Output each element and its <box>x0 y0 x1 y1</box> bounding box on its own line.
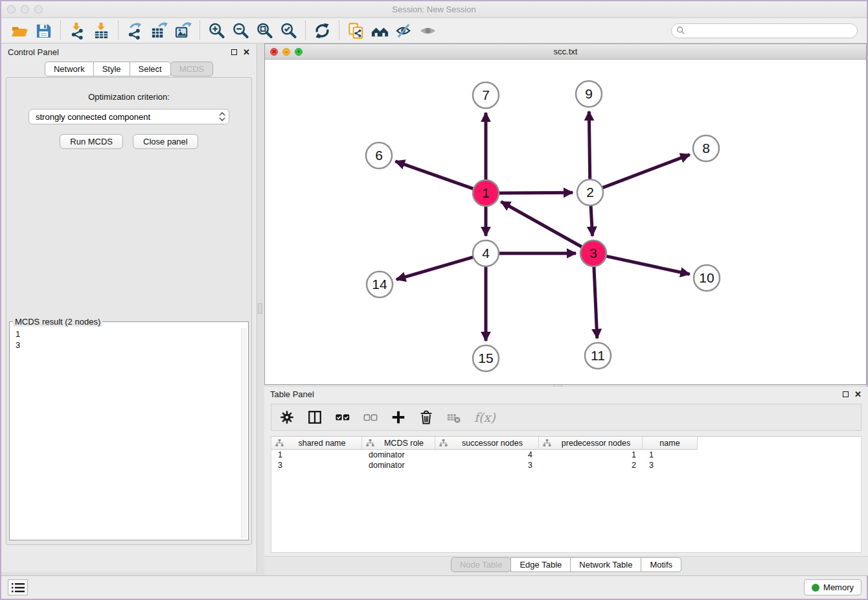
float-table-panel-icon[interactable] <box>843 391 849 397</box>
column-header-name[interactable]: name <box>643 437 698 450</box>
search-input[interactable] <box>688 26 852 36</box>
column-type-icon <box>366 439 374 447</box>
column-header-successor-nodes[interactable]: successor nodes <box>435 437 539 450</box>
minimize-network-icon[interactable]: – <box>282 48 290 56</box>
result-scrollbar[interactable] <box>241 328 247 538</box>
tab-network-table[interactable]: Network Table <box>570 557 641 572</box>
duplicate-network-button[interactable] <box>344 20 368 41</box>
graph-node-label: 2 <box>586 185 594 200</box>
graph-node-label: 10 <box>699 270 714 285</box>
graph-node-label: 4 <box>482 246 490 260</box>
hide-selected-button[interactable] <box>392 20 416 41</box>
graph-node-label: 7 <box>482 87 490 102</box>
close-window-icon[interactable] <box>7 5 16 14</box>
tab-node-table[interactable]: Node Table <box>451 557 512 572</box>
run-mcds-button[interactable]: Run MCDS <box>60 134 123 149</box>
close-table-panel-icon[interactable]: ✕ <box>854 390 862 398</box>
save-session-button[interactable] <box>32 20 56 41</box>
zoom-network-icon[interactable]: + <box>295 48 303 56</box>
tab-network[interactable]: Network <box>45 62 94 76</box>
graph-edge-2-8[interactable] <box>601 155 690 189</box>
search-icon <box>676 26 685 35</box>
show-all-button[interactable] <box>416 20 440 41</box>
table-panel: Table Panel ✕ <box>264 387 868 575</box>
tab-style[interactable]: Style <box>93 62 130 76</box>
zoom-fit-button[interactable] <box>253 20 277 41</box>
table-row[interactable]: 1 dominator 4 1 1 <box>271 450 861 460</box>
zoom-selected-button[interactable] <box>277 20 301 41</box>
import-table-button[interactable] <box>89 20 113 41</box>
graph-edge-3-1[interactable] <box>501 202 584 248</box>
memory-status-icon <box>812 584 819 592</box>
graph-edge-2-3[interactable] <box>591 204 593 236</box>
control-panel: Control Panel ✕ Network Style Select MCD… <box>1 44 257 572</box>
function-builder-button[interactable]: f(x) <box>474 409 496 426</box>
deselect-all-button[interactable] <box>363 409 378 426</box>
graph-edge-1-6[interactable] <box>395 161 475 189</box>
fx-icon: f(x) <box>474 410 496 424</box>
table-header-row: shared name MCDS role successor nodes pr… <box>271 437 861 450</box>
column-header-predecessor-nodes[interactable]: predecessor nodes <box>539 437 643 450</box>
select-all-button[interactable] <box>335 409 350 426</box>
zoom-out-button[interactable] <box>229 20 253 41</box>
graph-edge-4-14[interactable] <box>396 257 475 279</box>
close-panel-button[interactable]: Close panel <box>133 134 198 149</box>
workspace: Control Panel ✕ Network Style Select MCD… <box>1 43 867 575</box>
node-table: shared name MCDS role successor nodes pr… <box>271 436 862 553</box>
table-tabs: Node Table Edge Table Network Table Moti… <box>264 557 868 572</box>
export-table-icon <box>150 22 168 40</box>
graph-node-label: 6 <box>375 148 383 163</box>
table-row[interactable]: 3 dominator 3 2 3 <box>271 460 861 470</box>
control-panel-title: Control Panel <box>8 47 59 57</box>
minimize-window-icon[interactable] <box>21 5 29 14</box>
add-column-button[interactable] <box>391 409 406 426</box>
toolbar-separator <box>60 21 61 40</box>
column-header-shared-name[interactable]: shared name <box>271 437 362 450</box>
memory-button[interactable]: Memory <box>804 579 862 595</box>
houses-icon <box>371 22 389 40</box>
graph-node-label: 8 <box>702 141 710 156</box>
zoom-in-button[interactable] <box>205 20 229 41</box>
table-panel-header: Table Panel ✕ <box>264 387 868 401</box>
graph-edge-3-10[interactable] <box>605 256 690 274</box>
tab-motifs[interactable]: Motifs <box>641 557 681 572</box>
export-table-button[interactable] <box>147 20 171 41</box>
float-panel-icon[interactable] <box>231 49 237 55</box>
network-canvas[interactable]: 7968124314101511 <box>265 60 866 384</box>
close-panel-icon[interactable]: ✕ <box>243 48 250 56</box>
export-network-button[interactable] <box>123 20 147 41</box>
vertical-splitter-handle[interactable] <box>258 303 262 314</box>
table-toolbar: f(x) <box>271 404 862 431</box>
column-type-icon <box>543 439 551 447</box>
open-folder-icon <box>11 22 29 40</box>
deselect-all-icon <box>363 410 378 425</box>
first-neighbors-button[interactable] <box>368 20 392 41</box>
delete-table-button[interactable] <box>446 409 462 426</box>
table-split-view-button[interactable] <box>307 409 323 426</box>
delete-column-button[interactable] <box>418 409 434 426</box>
network-window-titlebar: ✕ – + scc.txt <box>265 44 866 60</box>
export-image-icon <box>174 22 192 40</box>
graph-edge-3-11[interactable] <box>594 265 597 338</box>
maximize-window-icon[interactable] <box>34 5 43 14</box>
network-window-title: scc.txt <box>265 44 866 59</box>
task-history-button[interactable] <box>8 579 28 595</box>
graph-node-label: 1 <box>482 185 490 200</box>
refresh-button[interactable] <box>310 20 334 41</box>
import-network-button[interactable] <box>65 20 89 41</box>
zoom-out-icon <box>232 22 249 40</box>
open-session-button[interactable] <box>8 20 32 41</box>
cell-name: 3 <box>643 460 698 470</box>
criterion-select[interactable]: strongly connected component <box>29 109 229 124</box>
mcds-result-text[interactable]: 1 3 <box>11 328 247 538</box>
search-field[interactable] <box>671 23 858 38</box>
tab-select[interactable]: Select <box>130 62 171 76</box>
close-network-icon[interactable]: ✕ <box>270 48 278 56</box>
tab-edge-table[interactable]: Edge Table <box>510 557 571 572</box>
tab-mcds[interactable]: MCDS <box>170 62 213 76</box>
export-image-button[interactable] <box>171 20 195 41</box>
graph-edge-1-2[interactable] <box>497 192 573 193</box>
column-header-mcds-role[interactable]: MCDS role <box>362 437 435 450</box>
graph-edge-2-9[interactable] <box>589 111 589 181</box>
table-settings-button[interactable] <box>279 409 295 426</box>
